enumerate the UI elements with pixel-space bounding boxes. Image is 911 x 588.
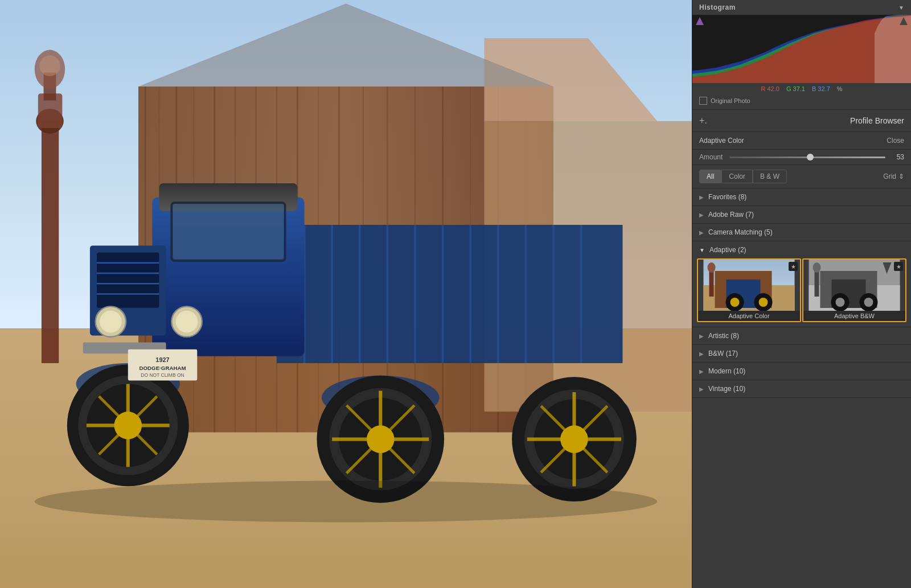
shadow-clipping-icon[interactable]: [696, 17, 704, 25]
adaptive-header[interactable]: ▼ Adaptive (2): [692, 241, 911, 258]
vintage-arrow-icon: ▶: [699, 386, 704, 392]
original-photo-label: Original Photo: [711, 97, 750, 104]
svg-point-97: [759, 298, 768, 307]
profile-browser-section: +. Profile Browser Adaptive Color Close …: [692, 110, 911, 588]
category-modern[interactable]: ▶ Modern (10): [692, 363, 911, 380]
category-bw[interactable]: ▶ B&W (17): [692, 345, 911, 363]
histogram-title: Histogram: [699, 3, 736, 11]
adaptive-bw-thumb-label: Adaptive B&W: [803, 311, 905, 321]
filter-tabs: All Color B & W: [699, 170, 787, 183]
adobe-raw-label: Adobe Raw (7): [708, 211, 754, 219]
blue-value: B 32.7: [812, 85, 830, 92]
adaptive-color-thumb-label: Adaptive Color: [698, 311, 800, 321]
category-favorites[interactable]: ▶ Favorites (8): [692, 188, 911, 206]
histogram-values: R 42.0 G 37.1 B 32.7 %: [692, 83, 911, 94]
close-button[interactable]: Close: [887, 137, 904, 145]
tab-bw[interactable]: B & W: [753, 170, 787, 183]
add-profile-icon[interactable]: +.: [699, 116, 707, 126]
histogram-header[interactable]: Histogram ▼: [692, 0, 911, 15]
amount-slider-thumb[interactable]: [807, 154, 814, 161]
profile-browser-title: Profile Browser: [850, 116, 904, 125]
svg-rect-44: [173, 204, 284, 260]
grid-select[interactable]: Grid ⇕: [883, 172, 904, 180]
grid-arrow-icon: ⇕: [898, 172, 904, 180]
amount-row: Amount 53: [692, 150, 911, 165]
histogram-arrow: ▼: [898, 5, 904, 11]
modern-arrow-icon: ▶: [699, 368, 704, 375]
adaptive-section: ▼ Adaptive (2): [692, 241, 911, 327]
svg-rect-24: [42, 121, 59, 363]
histogram-canvas: [692, 15, 911, 83]
histogram-section: Histogram ▼ R 42.0: [692, 0, 911, 110]
original-photo-row: Original Photo: [692, 94, 911, 109]
svg-point-109: [813, 262, 821, 273]
adaptive-color-star[interactable]: ★: [789, 262, 798, 271]
favorites-label: Favorites (8): [708, 193, 746, 201]
category-adobe-raw[interactable]: ▶ Adobe Raw (7): [692, 206, 911, 224]
right-panel: Histogram ▼ R 42.0: [692, 0, 911, 588]
tab-all[interactable]: All: [699, 170, 721, 183]
photo-area: 1927 DODGE·GRAHAM DO NOT CLIMB ON: [0, 0, 692, 588]
svg-point-29: [39, 55, 60, 76]
rgb-percent: %: [837, 85, 843, 92]
amount-slider-track[interactable]: [729, 157, 885, 158]
category-camera-matching[interactable]: ▶ Camera Matching (5): [692, 224, 911, 241]
modern-label: Modern (10): [708, 367, 745, 375]
svg-point-95: [731, 298, 740, 307]
favorites-arrow-icon: ▶: [699, 194, 704, 200]
highlight-clipping-icon[interactable]: [900, 17, 908, 25]
bw-arrow-icon: ▶: [699, 351, 704, 357]
svg-point-88: [35, 481, 658, 523]
thumb-adaptive-color[interactable]: ★ Adaptive Color: [697, 258, 801, 322]
tab-color[interactable]: Color: [721, 170, 753, 183]
svg-point-55: [176, 311, 198, 333]
artistic-label: Artistic (8): [708, 332, 739, 340]
red-value: R 42.0: [761, 85, 779, 92]
svg-point-99: [708, 262, 716, 273]
artistic-arrow-icon: ▶: [699, 333, 704, 339]
amount-value: 53: [890, 153, 904, 161]
bw-label: B&W (17): [708, 349, 738, 357]
amount-label: Amount: [699, 153, 725, 161]
adobe-raw-arrow-icon: ▶: [699, 212, 704, 218]
adaptive-color-label: Adaptive Color: [699, 137, 744, 145]
category-artistic[interactable]: ▶ Artistic (8): [692, 327, 911, 345]
svg-text:DODGE·GRAHAM: DODGE·GRAHAM: [139, 365, 186, 371]
adaptive-bw-star[interactable]: ★: [894, 262, 903, 271]
original-photo-checkbox[interactable]: [699, 97, 707, 105]
svg-rect-47: [97, 253, 159, 308]
adaptive-label: Adaptive (2): [709, 246, 746, 254]
thumbnails-row: ★ Adaptive Color: [692, 258, 911, 327]
category-vintage[interactable]: ▶ Vintage (10): [692, 380, 911, 398]
svg-rect-30: [277, 225, 623, 363]
svg-text:1927: 1927: [155, 356, 169, 363]
camera-matching-label: Camera Matching (5): [708, 228, 773, 236]
green-value: G 37.1: [786, 85, 805, 92]
profile-browser-header: +. Profile Browser: [692, 110, 911, 132]
svg-text:DO NOT CLIMB ON: DO NOT CLIMB ON: [141, 372, 184, 378]
camera-matching-arrow-icon: ▶: [699, 229, 704, 236]
svg-point-53: [100, 311, 122, 333]
grid-label: Grid: [883, 172, 896, 180]
svg-point-105: [836, 298, 845, 307]
profile-browser-left: +.: [699, 116, 707, 126]
svg-point-107: [864, 298, 873, 307]
filter-tabs-row: All Color B & W Grid ⇕: [692, 165, 911, 188]
adaptive-arrow-icon: ▼: [699, 247, 705, 253]
thumb-adaptive-bw[interactable]: ★ Adaptive B&W: [802, 258, 906, 322]
adaptive-color-bar: Adaptive Color Close: [692, 132, 911, 150]
vintage-label: Vintage (10): [708, 385, 745, 393]
